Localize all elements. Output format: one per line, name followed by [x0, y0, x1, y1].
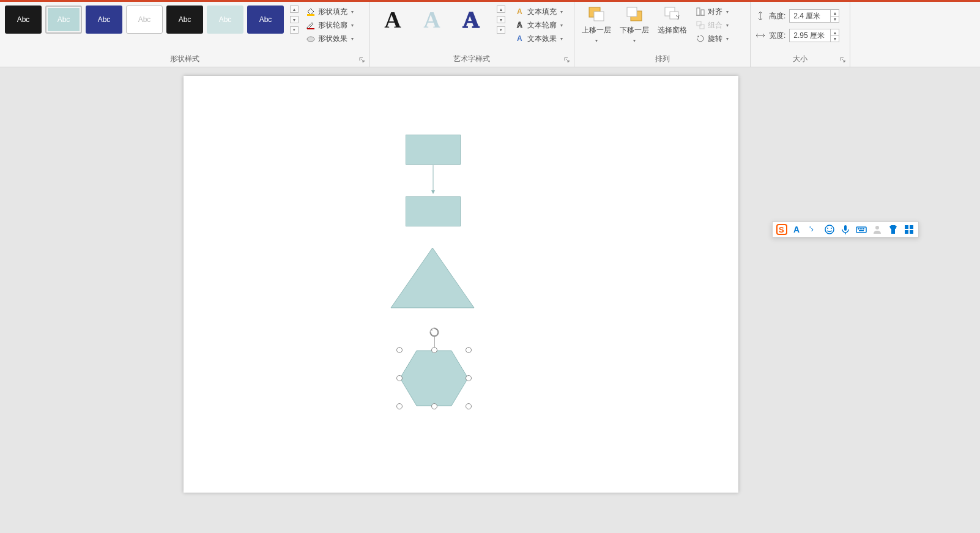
- handle-middle-right[interactable]: [466, 375, 472, 381]
- selection-box[interactable]: [399, 350, 469, 406]
- shape-effects-button[interactable]: 形状效果▾: [303, 32, 356, 45]
- rotation-handle[interactable]: [429, 327, 440, 338]
- align-button[interactable]: 对齐▾: [693, 6, 731, 18]
- ime-toolbar[interactable]: S A '›: [772, 222, 919, 237]
- handle-middle-left[interactable]: [396, 375, 403, 381]
- style-thumb-black2[interactable]: Abc: [166, 6, 203, 34]
- wordart-style-gray[interactable]: A: [416, 6, 448, 34]
- style-thumb-royal[interactable]: Abc: [86, 6, 122, 34]
- gallery-more-button[interactable]: ▾: [290, 26, 299, 34]
- wordart-style-solid[interactable]: A: [377, 6, 409, 34]
- height-field[interactable]: 2.4 厘米 ▲▼: [789, 9, 839, 23]
- rotate-button[interactable]: 旋转▾: [693, 32, 731, 45]
- handle-top-right[interactable]: [466, 347, 472, 353]
- style-thumb-royal2[interactable]: Abc: [247, 6, 284, 34]
- gallery-down-button[interactable]: ▼: [290, 16, 299, 23]
- style-thumb-teal-selected[interactable]: Abc: [45, 6, 82, 34]
- ime-punct-icon[interactable]: '›: [808, 224, 819, 235]
- svg-rect-30: [844, 225, 847, 231]
- selection-pane-button[interactable]: 选择窗格: [655, 6, 689, 43]
- style-thumb-label: Abc: [98, 15, 111, 24]
- width-down-button[interactable]: ▼: [830, 35, 839, 42]
- ime-emoji-icon[interactable]: [824, 224, 835, 235]
- align-icon: [696, 7, 705, 17]
- shape-triangle[interactable]: [390, 247, 475, 308]
- svg-rect-7: [594, 12, 604, 21]
- shape-outline-button[interactable]: 形状轮廓▾: [303, 19, 356, 31]
- svg-rect-40: [905, 230, 908, 234]
- shape-rectangle-1[interactable]: [406, 135, 461, 165]
- ime-toolbox-icon[interactable]: [904, 224, 915, 235]
- handle-top-middle[interactable]: [431, 347, 437, 353]
- send-backward-button[interactable]: 下移一层 ▾: [617, 6, 651, 43]
- shape-rectangle-2[interactable]: [406, 196, 461, 226]
- height-down-button[interactable]: ▼: [830, 16, 839, 22]
- sogou-logo-icon[interactable]: S: [776, 224, 787, 235]
- svg-rect-12: [697, 8, 700, 15]
- dropdown-icon: ▾: [560, 36, 563, 42]
- group-label: 组合: [708, 20, 722, 31]
- shape-effects-label: 形状效果: [318, 34, 347, 44]
- svg-rect-41: [910, 230, 913, 234]
- wordart-down-button[interactable]: ▼: [497, 16, 505, 23]
- svg-rect-32: [858, 228, 859, 229]
- slide[interactable]: [184, 76, 738, 493]
- shape-fill-button[interactable]: 形状填充▾: [303, 6, 356, 18]
- wordart-more-button[interactable]: ▾: [497, 26, 505, 34]
- gallery-up-button[interactable]: ▲: [290, 6, 299, 13]
- svg-rect-9: [627, 7, 637, 17]
- svg-rect-19: [406, 197, 461, 226]
- align-label: 对齐: [708, 7, 722, 17]
- dropdown-icon: ▾: [560, 9, 563, 15]
- svg-rect-36: [859, 230, 864, 231]
- height-up-button[interactable]: ▲: [830, 10, 839, 16]
- dropdown-icon: ▾: [560, 23, 563, 28]
- wordart-up-button[interactable]: ▲: [497, 6, 505, 13]
- pen-icon: [306, 20, 316, 30]
- text-outline-label: 文本轮廓: [527, 20, 557, 31]
- shape-hexagon-selected[interactable]: [399, 350, 469, 406]
- text-outline-button[interactable]: A 文本轮廓▾: [513, 19, 565, 31]
- ime-skin-icon[interactable]: [888, 224, 899, 235]
- width-row: 宽度: 2.95 厘米 ▲▼: [755, 29, 839, 42]
- ime-person-icon[interactable]: [872, 224, 883, 235]
- style-thumb-label: Abc: [259, 15, 272, 24]
- svg-text:A: A: [517, 7, 522, 16]
- bring-forward-button[interactable]: 上移一层 ▾: [579, 6, 614, 43]
- shape-style-gallery: Abc Abc Abc Abc Abc Abc Abc ▲ ▼ ▾: [5, 6, 299, 34]
- svg-rect-16: [700, 24, 704, 29]
- handle-bottom-right[interactable]: [466, 403, 472, 409]
- shape-fill-label: 形状填充: [318, 7, 347, 17]
- style-thumb-label: Abc: [58, 15, 70, 24]
- width-up-button[interactable]: ▲: [830, 29, 839, 35]
- height-value: 2.4 厘米: [790, 11, 830, 21]
- group-wordart-styles: A A A ▲ ▼ ▾ A 文本填充▾ A 文本轮廓▾: [369, 2, 574, 67]
- handle-bottom-left[interactable]: [396, 403, 403, 409]
- dropdown-icon: ▾: [351, 23, 354, 28]
- dialog-launcher-wordart[interactable]: [563, 56, 571, 64]
- svg-rect-33: [859, 228, 861, 229]
- ime-keyboard-icon[interactable]: [856, 224, 867, 235]
- height-row: 高度: 2.4 厘米 ▲▼: [755, 9, 839, 23]
- wordart-style-outline[interactable]: A: [455, 6, 487, 34]
- width-field[interactable]: 2.95 厘米 ▲▼: [789, 29, 839, 42]
- dialog-launcher-size[interactable]: [839, 56, 847, 64]
- group-title-size: 大小: [751, 52, 850, 67]
- effects-icon: [306, 34, 316, 43]
- shape-arrow-connector[interactable]: [430, 165, 436, 196]
- style-thumb-teal2[interactable]: Abc: [207, 6, 243, 34]
- text-effects-button[interactable]: A 文本效果▾: [513, 32, 565, 45]
- style-thumb-black[interactable]: Abc: [5, 6, 42, 34]
- style-thumb-white[interactable]: Abc: [126, 6, 163, 34]
- style-thumb-label: Abc: [219, 15, 232, 24]
- text-fill-button[interactable]: A 文本填充▾: [513, 6, 565, 18]
- handle-bottom-middle[interactable]: [431, 403, 437, 409]
- svg-text:'›: '›: [809, 225, 814, 234]
- style-thumb-label: Abc: [179, 15, 191, 24]
- handle-top-left[interactable]: [396, 347, 403, 353]
- group-shape-styles: Abc Abc Abc Abc Abc Abc Abc ▲ ▼ ▾ 形状填充▾: [0, 2, 369, 67]
- ime-cn-icon[interactable]: A: [792, 224, 803, 235]
- slide-canvas-area[interactable]: [0, 67, 980, 533]
- ime-voice-icon[interactable]: [840, 224, 851, 235]
- dialog-launcher-shape-styles[interactable]: [358, 56, 366, 64]
